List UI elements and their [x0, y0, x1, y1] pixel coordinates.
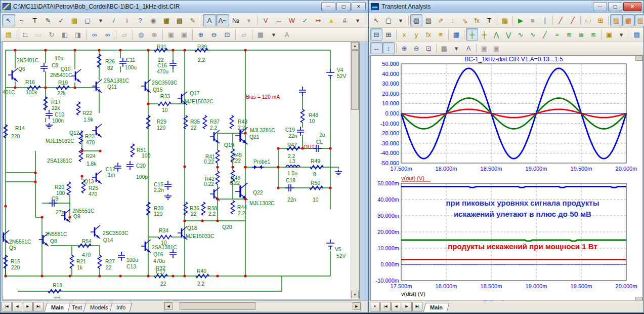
- wire-mode-icon[interactable]: ~: [15, 14, 28, 26]
- page-view-icon[interactable]: ▱: [237, 28, 250, 41]
- graphics-mode-icon[interactable]: ✎: [41, 14, 55, 26]
- schematic-canvas[interactable]: 2N5401CQ610uC8Q102N5401CR16R19401C100k22…: [2, 42, 360, 299]
- bring-to-front-icon[interactable]: ▣: [478, 42, 490, 54]
- prev-page-button[interactable]: ◀: [391, 302, 401, 311]
- text-mode-icon[interactable]: T: [483, 14, 495, 26]
- node-numbers-toggle-icon[interactable]: №: [229, 14, 242, 26]
- horizontal-tag-mode-icon[interactable]: ⇘: [459, 14, 471, 26]
- grid-snap-arrow-icon[interactable]: ▾: [267, 28, 280, 41]
- info-mode-icon[interactable]: i: [120, 14, 134, 26]
- zoom-in-icon[interactable]: ⊕: [194, 28, 207, 41]
- tab-info[interactable]: Info: [109, 303, 132, 312]
- vertical-scroll-thumb[interactable]: [351, 50, 359, 110]
- find-next-icon[interactable]: ∞: [101, 28, 114, 41]
- design-notes-icon[interactable]: ✎: [186, 14, 199, 26]
- wave-sub-icon[interactable]: ┼: [478, 28, 490, 41]
- zoom-out-icon[interactable]: ⊖: [207, 28, 221, 41]
- wave-family2-icon[interactable]: ≋: [587, 28, 599, 41]
- wave-fall-icon[interactable]: ∿: [527, 28, 539, 41]
- prev-page-button[interactable]: ◀: [12, 302, 22, 311]
- graph-object-arrow-icon[interactable]: ▾: [395, 14, 407, 26]
- grid-toggle-arrow-icon[interactable]: ▾: [351, 14, 364, 26]
- splitter-grip-top[interactable]: [635, 56, 642, 61]
- conditions-toggle-icon[interactable]: ✓: [298, 14, 312, 26]
- first-page-button[interactable]: |◀: [2, 302, 12, 311]
- wave-slope-icon[interactable]: ╱: [539, 28, 551, 41]
- wave-cross2-icon[interactable]: ≋: [563, 28, 575, 41]
- attribute-text-toggle-icon[interactable]: A: [203, 14, 216, 26]
- transient-plot-panel[interactable]: BC-1_1kHz-dist.CIR V1.A=0.13...1.550.000…: [370, 55, 643, 302]
- help-mode-icon[interactable]: ?: [134, 14, 147, 26]
- normalize-slope-dotted-icon[interactable]: ╱: [567, 14, 579, 26]
- maximize-button[interactable]: ▢: [336, 2, 351, 11]
- maximize-button[interactable]: ▢: [608, 2, 622, 11]
- wave-valley-icon[interactable]: ⋁: [502, 28, 514, 41]
- scale-x-icon[interactable]: x: [398, 28, 410, 41]
- transient-window-titlebar[interactable]: Transient Analysis — ▢ ✕: [369, 1, 643, 13]
- navigate-page-icon[interactable]: ▱: [118, 28, 131, 41]
- select-tool-icon[interactable]: ↖: [2, 14, 15, 26]
- scope-region-icon[interactable]: ▭: [582, 14, 594, 26]
- pin-connections-toggle-icon[interactable]: ↦: [312, 14, 325, 26]
- last-page-button[interactable]: ▶|: [33, 302, 44, 311]
- close-button[interactable]: ✕: [352, 2, 366, 11]
- scroll-left-button[interactable]: ◀: [164, 302, 173, 310]
- flip-vertical-icon[interactable]: ◨: [71, 28, 84, 41]
- multi-plot-icon[interactable]: ⊞: [382, 28, 395, 41]
- clear-area-icon[interactable]: ▭: [32, 28, 45, 41]
- zoom-100-icon[interactable]: ⊡: [422, 42, 435, 54]
- analysis-limits-icon[interactable]: ▦: [450, 28, 462, 41]
- warning-toggle-icon[interactable]: ▲: [325, 14, 338, 26]
- model-editor-icon[interactable]: ▦: [160, 14, 173, 26]
- grid-snap-icon[interactable]: ▦: [254, 28, 267, 41]
- send-to-back-icon[interactable]: ▣: [490, 42, 502, 54]
- zoom-100-icon[interactable]: ⊡: [221, 28, 234, 41]
- link-toggle-icon[interactable]: ▾: [242, 14, 255, 26]
- grid-pattern-icon[interactable]: ▦: [438, 42, 450, 54]
- grid-toggle-icon[interactable]: #: [338, 14, 351, 26]
- bottom-plot-legend[interactable]: v(dist) (V): [401, 291, 425, 297]
- run-icon[interactable]: ▶: [514, 14, 527, 26]
- font-icon[interactable]: A: [462, 42, 475, 54]
- power-toggle-icon[interactable]: W: [285, 14, 298, 26]
- flip-horizontal-icon[interactable]: ◧: [58, 28, 71, 41]
- next-page-button[interactable]: ▶: [402, 302, 412, 311]
- minimize-button[interactable]: —: [321, 2, 335, 11]
- zoom-out-icon[interactable]: ⊖: [410, 42, 422, 54]
- rotate-icon[interactable]: ↻: [45, 28, 58, 41]
- find-component-icon[interactable]: ▢: [81, 14, 94, 26]
- stop-info-icon[interactable]: ⊗: [148, 28, 161, 41]
- schematic-vertical-scrollbar[interactable]: ▲ ▼: [351, 42, 359, 298]
- wave-cross-icon[interactable]: ≈: [551, 28, 563, 41]
- last-page-button[interactable]: ▶|: [412, 302, 422, 311]
- stop-icon[interactable]: ■: [527, 14, 539, 26]
- zap-tool-icon[interactable]: /: [107, 14, 120, 26]
- component-menu-arrow-icon[interactable]: ▾: [94, 14, 107, 26]
- node-names-toggle-icon[interactable]: A~: [216, 14, 229, 26]
- scale-y-icon[interactable]: y: [410, 28, 422, 41]
- vertical-tag-mode-icon[interactable]: ↕: [447, 14, 459, 26]
- scale-mode-icon[interactable]: ▧: [410, 14, 422, 26]
- copy-to-clipboard-icon[interactable]: ▣: [603, 28, 615, 41]
- horizontal-scroll-thumb[interactable]: [180, 302, 255, 310]
- select-area-icon[interactable]: □: [19, 28, 32, 41]
- panel-plot-3-icon[interactable]: ▥: [634, 14, 644, 26]
- auto-scale-y-icon[interactable]: ↕: [382, 42, 395, 54]
- comment-mode-icon[interactable]: ✓: [55, 14, 68, 26]
- currents-toggle-icon[interactable]: →: [272, 14, 285, 26]
- font-icon[interactable]: A: [280, 28, 293, 41]
- voltages-toggle-icon[interactable]: V: [259, 14, 272, 26]
- panel-plot-1-icon[interactable]: ▥: [610, 14, 622, 26]
- scale-menu-icon[interactable]: ≡: [435, 28, 447, 41]
- pause-icon[interactable]: ∥: [539, 14, 551, 26]
- copy-arrow-icon[interactable]: ▾: [615, 28, 627, 41]
- cursor-mode-icon[interactable]: ▨: [422, 14, 435, 26]
- scale-fx-icon[interactable]: fx: [422, 28, 435, 41]
- graph-object-icon[interactable]: ▢: [382, 14, 395, 26]
- grid-pattern-arrow-icon[interactable]: ▾: [450, 42, 462, 54]
- wave-family-icon[interactable]: ≣: [575, 28, 587, 41]
- copy-back-icon[interactable]: ▣: [178, 28, 191, 41]
- point-tag-mode-icon[interactable]: ⇗: [435, 14, 447, 26]
- schematic-window-titlebar[interactable]: C:\MC11\DATA\Petrov\Bob_Cordell\BC-1\BC-…: [1, 1, 368, 13]
- copy-front-icon[interactable]: ▣: [164, 28, 178, 41]
